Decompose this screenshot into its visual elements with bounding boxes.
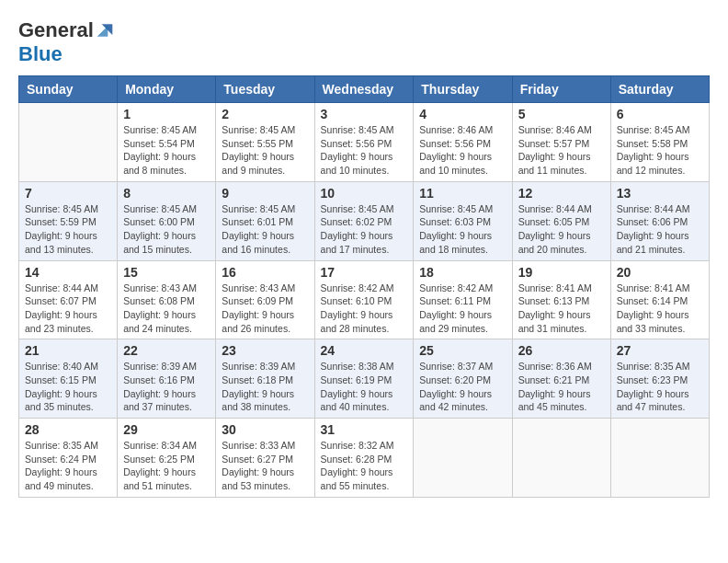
calendar-week-row: 7Sunrise: 8:45 AM Sunset: 5:59 PM Daylig… (19, 181, 710, 260)
day-number: 30 (222, 422, 308, 437)
calendar-cell: 22Sunrise: 8:39 AM Sunset: 6:16 PM Dayli… (118, 339, 216, 419)
day-number: 14 (25, 265, 111, 280)
calendar-header-thursday: Thursday (414, 76, 512, 103)
calendar-cell: 10Sunrise: 8:45 AM Sunset: 6:02 PM Dayli… (314, 181, 414, 260)
day-info: Sunrise: 8:44 AM Sunset: 6:05 PM Dayligh… (518, 202, 605, 257)
day-info: Sunrise: 8:33 AM Sunset: 6:27 PM Dayligh… (222, 439, 308, 493)
day-info: Sunrise: 8:37 AM Sunset: 6:20 PM Dayligh… (419, 360, 506, 414)
calendar-cell: 7Sunrise: 8:45 AM Sunset: 5:59 PM Daylig… (19, 181, 118, 260)
logo-blue-text: Blue (18, 42, 63, 66)
calendar-cell: 13Sunrise: 8:44 AM Sunset: 6:06 PM Dayli… (610, 181, 709, 260)
calendar-cell: 17Sunrise: 8:42 AM Sunset: 6:10 PM Dayli… (314, 260, 414, 339)
day-info: Sunrise: 8:39 AM Sunset: 6:16 PM Dayligh… (123, 360, 210, 414)
day-number: 27 (617, 343, 703, 358)
day-info: Sunrise: 8:45 AM Sunset: 5:56 PM Dayligh… (321, 123, 408, 178)
day-info: Sunrise: 8:44 AM Sunset: 6:07 PM Dayligh… (25, 282, 111, 336)
calendar-cell (610, 419, 709, 498)
day-number: 23 (222, 343, 308, 358)
calendar-cell: 4Sunrise: 8:46 AM Sunset: 5:56 PM Daylig… (414, 103, 512, 182)
calendar-header-friday: Friday (512, 76, 610, 103)
day-number: 31 (321, 422, 408, 437)
day-info: Sunrise: 8:45 AM Sunset: 5:54 PM Dayligh… (123, 123, 210, 178)
day-number: 20 (617, 265, 703, 280)
calendar-cell: 16Sunrise: 8:43 AM Sunset: 6:09 PM Dayli… (216, 260, 314, 339)
day-number: 22 (123, 343, 210, 358)
day-number: 15 (123, 265, 210, 280)
day-number: 4 (419, 107, 506, 121)
day-info: Sunrise: 8:39 AM Sunset: 6:18 PM Dayligh… (222, 360, 308, 414)
calendar-table: SundayMondayTuesdayWednesdayThursdayFrid… (18, 75, 710, 498)
day-info: Sunrise: 8:44 AM Sunset: 6:06 PM Dayligh… (617, 202, 703, 257)
day-info: Sunrise: 8:40 AM Sunset: 6:15 PM Dayligh… (25, 360, 111, 414)
day-info: Sunrise: 8:46 AM Sunset: 5:56 PM Dayligh… (419, 123, 506, 178)
day-number: 9 (222, 186, 308, 201)
calendar-cell: 20Sunrise: 8:41 AM Sunset: 6:14 PM Dayli… (610, 260, 709, 339)
calendar-cell: 29Sunrise: 8:34 AM Sunset: 6:25 PM Dayli… (118, 419, 216, 498)
calendar-header-row: SundayMondayTuesdayWednesdayThursdayFrid… (19, 76, 710, 103)
day-number: 12 (518, 186, 605, 201)
day-number: 7 (25, 186, 111, 201)
calendar-cell: 14Sunrise: 8:44 AM Sunset: 6:07 PM Dayli… (19, 260, 118, 339)
day-number: 5 (518, 107, 605, 121)
calendar-cell: 5Sunrise: 8:46 AM Sunset: 5:57 PM Daylig… (512, 103, 610, 182)
logo-general-text: General (18, 18, 94, 42)
calendar-cell: 26Sunrise: 8:36 AM Sunset: 6:21 PM Dayli… (512, 339, 610, 419)
day-info: Sunrise: 8:45 AM Sunset: 6:00 PM Dayligh… (123, 202, 210, 257)
logo: General Blue (18, 18, 114, 66)
calendar-cell: 8Sunrise: 8:45 AM Sunset: 6:00 PM Daylig… (118, 181, 216, 260)
calendar-header-sunday: Sunday (19, 76, 118, 103)
day-info: Sunrise: 8:32 AM Sunset: 6:28 PM Dayligh… (321, 439, 408, 493)
day-number: 16 (222, 265, 308, 280)
calendar-header-wednesday: Wednesday (314, 76, 414, 103)
calendar-cell: 1Sunrise: 8:45 AM Sunset: 5:54 PM Daylig… (118, 103, 216, 182)
calendar-cell: 27Sunrise: 8:35 AM Sunset: 6:23 PM Dayli… (610, 339, 709, 419)
day-number: 28 (25, 422, 111, 437)
day-number: 8 (123, 186, 210, 201)
calendar-cell: 30Sunrise: 8:33 AM Sunset: 6:27 PM Dayli… (216, 419, 314, 498)
calendar-week-row: 1Sunrise: 8:45 AM Sunset: 5:54 PM Daylig… (19, 103, 710, 182)
header: General Blue (18, 18, 710, 66)
day-number: 10 (321, 186, 408, 201)
calendar-cell: 31Sunrise: 8:32 AM Sunset: 6:28 PM Dayli… (314, 419, 414, 498)
day-info: Sunrise: 8:45 AM Sunset: 5:58 PM Dayligh… (617, 123, 703, 178)
day-info: Sunrise: 8:45 AM Sunset: 5:55 PM Dayligh… (222, 123, 308, 178)
calendar-header-saturday: Saturday (610, 76, 709, 103)
calendar-cell: 28Sunrise: 8:35 AM Sunset: 6:24 PM Dayli… (19, 419, 118, 498)
calendar-cell: 6Sunrise: 8:45 AM Sunset: 5:58 PM Daylig… (610, 103, 709, 182)
calendar-cell: 2Sunrise: 8:45 AM Sunset: 5:55 PM Daylig… (216, 103, 314, 182)
day-info: Sunrise: 8:45 AM Sunset: 6:03 PM Dayligh… (419, 202, 506, 257)
calendar-cell (414, 419, 512, 498)
day-info: Sunrise: 8:41 AM Sunset: 6:14 PM Dayligh… (617, 282, 703, 336)
calendar-cell (512, 419, 610, 498)
day-info: Sunrise: 8:38 AM Sunset: 6:19 PM Dayligh… (321, 360, 408, 414)
calendar-cell: 23Sunrise: 8:39 AM Sunset: 6:18 PM Dayli… (216, 339, 314, 419)
day-info: Sunrise: 8:45 AM Sunset: 6:01 PM Dayligh… (222, 202, 308, 257)
day-info: Sunrise: 8:36 AM Sunset: 6:21 PM Dayligh… (518, 360, 605, 414)
day-number: 2 (222, 107, 308, 121)
day-info: Sunrise: 8:43 AM Sunset: 6:08 PM Dayligh… (123, 282, 210, 336)
day-number: 6 (617, 107, 703, 121)
day-info: Sunrise: 8:34 AM Sunset: 6:25 PM Dayligh… (123, 439, 210, 493)
day-info: Sunrise: 8:45 AM Sunset: 6:02 PM Dayligh… (321, 202, 408, 257)
day-number: 17 (321, 265, 408, 280)
calendar-cell: 12Sunrise: 8:44 AM Sunset: 6:05 PM Dayli… (512, 181, 610, 260)
calendar-cell: 21Sunrise: 8:40 AM Sunset: 6:15 PM Dayli… (19, 339, 118, 419)
day-info: Sunrise: 8:41 AM Sunset: 6:13 PM Dayligh… (518, 282, 605, 336)
calendar-cell: 24Sunrise: 8:38 AM Sunset: 6:19 PM Dayli… (314, 339, 414, 419)
day-number: 19 (518, 265, 605, 280)
calendar-cell: 3Sunrise: 8:45 AM Sunset: 5:56 PM Daylig… (314, 103, 414, 182)
calendar-cell: 15Sunrise: 8:43 AM Sunset: 6:08 PM Dayli… (118, 260, 216, 339)
calendar-cell: 11Sunrise: 8:45 AM Sunset: 6:03 PM Dayli… (414, 181, 512, 260)
day-number: 26 (518, 343, 605, 358)
day-info: Sunrise: 8:42 AM Sunset: 6:11 PM Dayligh… (419, 282, 506, 336)
day-number: 13 (617, 186, 703, 201)
calendar-cell: 9Sunrise: 8:45 AM Sunset: 6:01 PM Daylig… (216, 181, 314, 260)
day-info: Sunrise: 8:42 AM Sunset: 6:10 PM Dayligh… (321, 282, 408, 336)
calendar-cell: 18Sunrise: 8:42 AM Sunset: 6:11 PM Dayli… (414, 260, 512, 339)
day-info: Sunrise: 8:35 AM Sunset: 6:24 PM Dayligh… (25, 439, 111, 493)
day-number: 11 (419, 186, 506, 201)
calendar-header-tuesday: Tuesday (216, 76, 314, 103)
calendar-cell: 25Sunrise: 8:37 AM Sunset: 6:20 PM Dayli… (414, 339, 512, 419)
calendar-cell: 19Sunrise: 8:41 AM Sunset: 6:13 PM Dayli… (512, 260, 610, 339)
day-number: 24 (321, 343, 408, 358)
